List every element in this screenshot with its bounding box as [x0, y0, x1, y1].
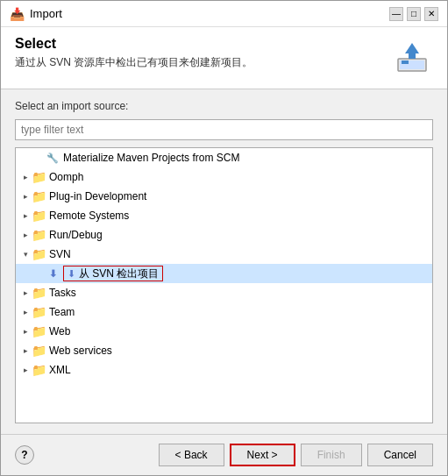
help-button[interactable]: ?: [15, 445, 34, 465]
folder-icon: 📁: [32, 305, 46, 319]
tree-item-web-services[interactable]: ▸📁Web services: [16, 341, 432, 360]
folder-icon: 📁: [32, 324, 46, 338]
filter-input[interactable]: [15, 119, 433, 140]
tree-expander[interactable]: ▸: [19, 171, 32, 183]
tree-item-team[interactable]: ▸📁Team: [16, 302, 432, 322]
folder-icon: 📁: [32, 228, 46, 242]
tree-item-svn-checkout[interactable]: ⬇⬇从 SVN 检出项目: [16, 264, 432, 283]
folder-icon: 📁: [32, 363, 46, 377]
tree-item-plugin-dev[interactable]: ▸📁Plug-in Development: [16, 187, 432, 206]
tree-item-text: SVN: [49, 248, 71, 260]
dialog-title: Import: [30, 7, 62, 20]
header-icon: [391, 36, 433, 78]
tree-item-text: Web: [49, 325, 70, 337]
minimize-button[interactable]: —: [389, 7, 403, 21]
dialog-icon: 📥: [10, 7, 25, 21]
tree-expander[interactable]: ▸: [19, 364, 32, 376]
finish-button[interactable]: Finish: [301, 444, 362, 466]
header-text: Select 通过从 SVN 资源库中检出已有项目来创建新项目。: [15, 36, 252, 70]
tree-item-text: XML: [49, 364, 71, 376]
tree-expander[interactable]: ▸: [19, 210, 32, 222]
page-description: 通过从 SVN 资源库中检出已有项目来创建新项目。: [15, 55, 252, 70]
title-bar: 📥 Import — □ ✕: [1, 1, 447, 27]
tree-item-text: Team: [49, 306, 75, 318]
tree-expander[interactable]: ▸: [19, 229, 32, 241]
page-heading: Select: [15, 36, 252, 52]
svn-item-label: ⬇从 SVN 检出项目: [63, 266, 163, 281]
tree-item-text: Plug-in Development: [49, 190, 146, 202]
tree-expander[interactable]: ▾: [19, 248, 32, 260]
back-button[interactable]: < Back: [159, 444, 224, 466]
svg-rect-2: [402, 60, 409, 64]
tree-expander[interactable]: ▸: [19, 190, 32, 202]
import-dialog: 📥 Import — □ ✕ Select 通过从 SVN 资源库中检出已有项目…: [0, 0, 448, 476]
next-button[interactable]: Next >: [230, 444, 295, 466]
tree-item-web[interactable]: ▸📁Web: [16, 322, 432, 341]
header-section: Select 通过从 SVN 资源库中检出已有项目来创建新项目。: [1, 27, 447, 89]
svg-marker-3: [405, 43, 419, 59]
tree-item-materialize[interactable]: 🔧Materialize Maven Projects from SCM: [16, 148, 432, 167]
footer-left: ?: [15, 445, 34, 465]
close-button[interactable]: ✕: [424, 7, 438, 21]
tree-item-tasks[interactable]: ▸📁Tasks: [16, 283, 432, 302]
tree-item-xml[interactable]: ▸📁XML: [16, 360, 432, 380]
folder-icon: 📁: [32, 189, 46, 203]
cancel-button[interactable]: Cancel: [367, 444, 433, 466]
tree-expander[interactable]: ▸: [19, 287, 32, 299]
title-bar-controls: — □ ✕: [389, 7, 438, 21]
content: Select an import source: 🔧Materialize Ma…: [1, 89, 447, 434]
folder-icon: 📁: [32, 209, 46, 223]
folder-icon: 📁: [32, 170, 46, 184]
import-icon: [395, 39, 430, 75]
tree-expander: [33, 152, 46, 164]
tree-item-text: 从 SVN 检出项目: [79, 266, 159, 281]
tree-item-text: Materialize Maven Projects from SCM: [63, 152, 239, 164]
maximize-button[interactable]: □: [407, 7, 421, 21]
tree-item-text: Remote Systems: [49, 210, 129, 222]
folder-icon: 📁: [32, 286, 46, 300]
tree-item-text: Web services: [49, 345, 112, 357]
tree-expander[interactable]: ▸: [19, 345, 32, 357]
svn-item-icon: ⬇: [46, 266, 60, 281]
tree-item-text: Tasks: [49, 287, 76, 299]
tree-item-text: Run/Debug: [49, 229, 103, 241]
footer-buttons: < Back Next > Finish Cancel: [159, 444, 433, 466]
tree-item-text: Oomph: [49, 171, 83, 183]
file-special-icon: 🔧: [46, 151, 60, 165]
tree-item-remote-systems[interactable]: ▸📁Remote Systems: [16, 206, 432, 225]
tree-container[interactable]: 🔧Materialize Maven Projects from SCM▸📁Oo…: [15, 147, 433, 423]
folder-icon: 📁: [32, 247, 46, 261]
tree-expander[interactable]: ▸: [19, 306, 32, 318]
tree-expander: [33, 267, 46, 280]
folder-icon: 📁: [32, 344, 46, 358]
tree-expander[interactable]: ▸: [19, 325, 32, 337]
source-label: Select an import source:: [15, 100, 433, 112]
tree-item-run-debug[interactable]: ▸📁Run/Debug: [16, 225, 432, 245]
title-bar-left: 📥 Import: [10, 7, 62, 21]
tree-item-oomph[interactable]: ▸📁Oomph: [16, 167, 432, 187]
footer: ? < Back Next > Finish Cancel: [1, 434, 447, 475]
tree-item-svn[interactable]: ▾📁SVN: [16, 245, 432, 264]
